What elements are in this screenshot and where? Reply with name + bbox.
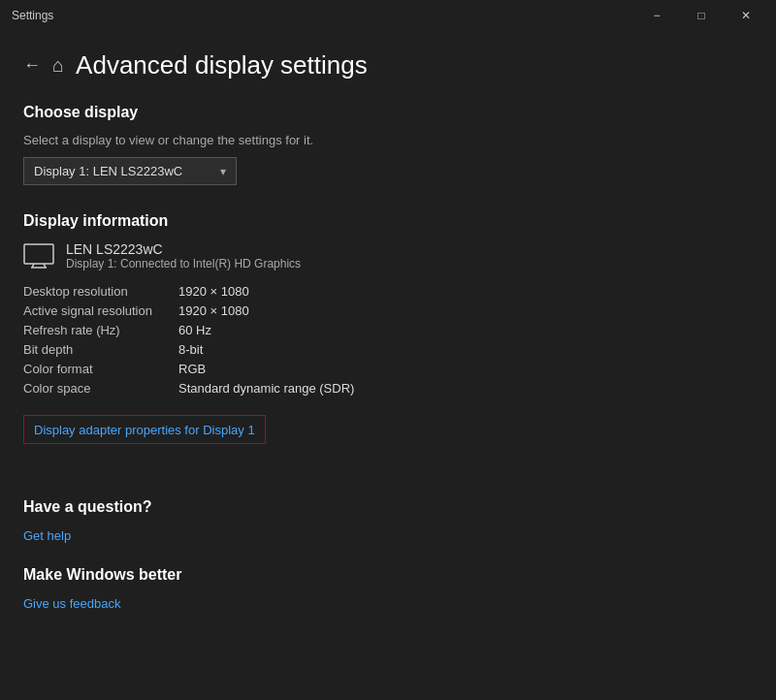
titlebar-title: Settings <box>12 9 53 22</box>
choose-display-description: Select a display to view or change the s… <box>23 133 753 147</box>
monitor-header: LEN LS2223wC Display 1: Connected to Int… <box>23 241 753 270</box>
display-info-section: Display information LEN LS2223wC Display… <box>23 212 753 471</box>
help-section: Have a question? Get help <box>23 498 753 543</box>
info-label: Color space <box>23 381 178 396</box>
display-info-title: Display information <box>23 212 753 230</box>
chevron-down-icon: ▾ <box>220 165 226 178</box>
close-button[interactable]: ✕ <box>724 0 768 31</box>
minimize-button[interactable]: − <box>634 0 679 31</box>
info-label: Desktop resolution <box>23 284 178 299</box>
feedback-section: Make Windows better Give us feedback <box>23 566 753 611</box>
get-help-link[interactable]: Get help <box>23 528 71 543</box>
info-value: 8-bit <box>178 342 753 357</box>
svg-rect-0 <box>24 244 53 264</box>
display-dropdown[interactable]: Display 1: LEN LS2223wC ▾ <box>23 157 237 185</box>
page-title: Advanced display settings <box>76 50 368 80</box>
info-value: Standard dynamic range (SDR) <box>178 381 753 396</box>
back-button[interactable]: ← <box>23 55 41 76</box>
info-label: Active signal resolution <box>23 303 178 318</box>
info-value: 1920 × 1080 <box>178 303 753 318</box>
titlebar-controls: − □ ✕ <box>634 0 768 31</box>
feedback-section-title: Make Windows better <box>23 566 753 584</box>
help-section-title: Have a question? <box>23 498 753 516</box>
display-info-table: Desktop resolution1920 × 1080Active sign… <box>23 284 753 396</box>
maximize-button[interactable]: □ <box>679 0 724 31</box>
info-label: Bit depth <box>23 342 178 357</box>
main-content: ← ⌂ Advanced display settings Choose dis… <box>0 31 776 700</box>
display-dropdown-value: Display 1: LEN LS2223wC <box>34 164 182 178</box>
info-value: 60 Hz <box>178 323 753 337</box>
adapter-link-wrapper: Display adapter properties for Display 1 <box>23 415 266 444</box>
monitor-info: LEN LS2223wC Display 1: Connected to Int… <box>66 241 301 270</box>
display-adapter-link[interactable]: Display adapter properties for Display 1 <box>34 423 255 437</box>
info-label: Refresh rate (Hz) <box>23 323 178 337</box>
info-value: RGB <box>178 362 753 376</box>
choose-display-section: Choose display Select a display to view … <box>23 104 753 185</box>
info-label: Color format <box>23 362 178 376</box>
info-value: 1920 × 1080 <box>178 284 753 299</box>
choose-display-title: Choose display <box>23 104 753 121</box>
monitor-name: LEN LS2223wC <box>66 241 301 257</box>
back-icon: ← <box>23 55 41 76</box>
home-icon: ⌂ <box>52 54 64 77</box>
monitor-icon <box>23 243 54 269</box>
give-feedback-link[interactable]: Give us feedback <box>23 596 120 611</box>
page-header: ← ⌂ Advanced display settings <box>23 50 753 80</box>
monitor-connection: Display 1: Connected to Intel(R) HD Grap… <box>66 257 301 270</box>
titlebar: Settings − □ ✕ <box>0 0 776 31</box>
